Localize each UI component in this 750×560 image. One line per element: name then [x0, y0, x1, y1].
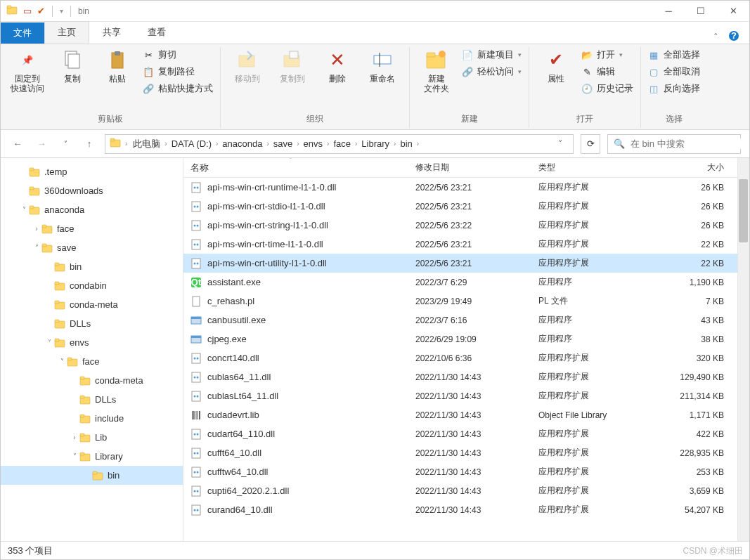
tree-node[interactable]: ›Lib — [1, 428, 183, 447]
search-box[interactable]: 🔍 — [607, 134, 741, 154]
qat-dropdown-icon[interactable]: ▾ — [60, 7, 63, 15]
chevron-right-icon[interactable]: › — [264, 140, 271, 148]
tree-twisty-icon[interactable]: ˅ — [19, 206, 29, 214]
tree-node[interactable]: conda-meta — [1, 295, 183, 314]
file-row[interactable]: api-ms-win-crt-stdio-l1-1-0.dll2022/5/6 … — [183, 197, 749, 216]
breadcrumb-segment[interactable]: face — [332, 138, 352, 149]
file-row[interactable]: api-ms-win-crt-utility-l1-1-0.dll2022/5/… — [183, 254, 749, 273]
forward-button[interactable]: → — [33, 136, 50, 152]
help-icon[interactable]: ? — [728, 30, 739, 44]
tree-node[interactable]: ˅face — [1, 352, 183, 371]
edit-button[interactable]: ✎编辑 — [581, 65, 633, 78]
tree-node[interactable]: bin — [1, 257, 183, 276]
move-to-button[interactable]: 移动到 — [228, 47, 267, 85]
breadcrumb-segment[interactable]: 此电脑 — [131, 138, 162, 150]
path-dropdown-icon[interactable]: ˅ — [552, 138, 569, 149]
breadcrumb-segment[interactable]: save — [272, 138, 294, 149]
column-size[interactable]: 大小 — [640, 162, 732, 174]
scrollbar-thumb[interactable] — [739, 179, 748, 242]
tree-node[interactable]: bin — [1, 466, 183, 485]
tree-twisty-icon[interactable]: › — [70, 434, 79, 441]
file-row[interactable]: cublas64_11.dll2022/11/30 14:43应用程序扩展129… — [183, 367, 749, 386]
file-row[interactable]: cudart64_110.dll2022/11/30 14:43应用程序扩展42… — [183, 424, 749, 443]
tree-node[interactable]: DLLs — [1, 390, 183, 409]
file-row[interactable]: curand64_10.dll2022/11/30 14:43应用程序扩展54,… — [183, 500, 749, 519]
tree-node[interactable]: DLLs — [1, 314, 183, 333]
chevron-right-icon[interactable]: › — [352, 140, 360, 148]
chevron-right-icon[interactable]: › — [324, 140, 332, 148]
file-row[interactable]: api-ms-win-crt-time-l1-1-0.dll2022/5/6 2… — [183, 235, 749, 254]
tree-twisty-icon[interactable]: ˅ — [57, 358, 67, 365]
tab-view[interactable]: 查看 — [134, 21, 179, 44]
pin-to-quick-access-button[interactable]: 📌固定到 快速访问 — [8, 47, 47, 95]
tree-twisty-icon[interactable]: › — [32, 225, 41, 233]
invert-selection-button[interactable]: ◫反向选择 — [648, 82, 700, 95]
navigation-pane[interactable]: .temp360downloads˅anaconda›face˅savebinc… — [1, 158, 183, 541]
copy-button[interactable]: 复制 — [53, 47, 92, 85]
tree-node[interactable]: ˅Library — [1, 447, 183, 466]
tab-file[interactable]: 文件 — [1, 22, 44, 44]
chevron-right-icon[interactable]: › — [391, 140, 399, 148]
chevron-right-icon[interactable]: › — [213, 140, 221, 148]
tree-twisty-icon[interactable]: ˅ — [32, 244, 41, 252]
open-button[interactable]: 📂打开 ▾ — [581, 48, 633, 61]
tab-share[interactable]: 共享 — [89, 21, 134, 44]
refresh-button[interactable]: ⟳ — [581, 134, 600, 154]
file-row[interactable]: api-ms-win-crt-runtime-l1-1-0.dll2022/5/… — [183, 178, 749, 197]
easy-access-button[interactable]: 🔗轻松访问 ▾ — [462, 65, 522, 78]
cut-button[interactable]: ✂剪切 — [143, 48, 213, 61]
close-button[interactable]: ✕ — [717, 1, 749, 22]
paste-shortcut-button[interactable]: 🔗粘贴快捷方式 — [143, 82, 213, 95]
up-button[interactable]: ↑ — [81, 136, 98, 152]
search-input[interactable] — [631, 138, 749, 149]
select-none-button[interactable]: ▢全部取消 — [648, 65, 700, 78]
tree-twisty-icon[interactable]: ˅ — [44, 339, 54, 346]
properties-button[interactable]: ✔属性 — [536, 47, 576, 85]
breadcrumb[interactable]: › 此电脑›DATA (D:)›anaconda›save›envs›face›… — [105, 134, 574, 154]
chevron-right-icon[interactable]: › — [414, 140, 422, 148]
maximize-button[interactable]: ☐ — [685, 1, 717, 22]
rename-button[interactable]: 重命名 — [363, 47, 402, 85]
tree-node[interactable]: conda-meta — [1, 371, 183, 390]
tree-node[interactable]: ˅anaconda — [1, 200, 183, 219]
copy-to-button[interactable]: 复制到 — [273, 47, 312, 85]
tree-node[interactable]: ˅save — [1, 238, 183, 257]
delete-button[interactable]: ✕删除 — [318, 47, 357, 85]
breadcrumb-segment[interactable]: anaconda — [221, 138, 264, 149]
column-date[interactable]: 修改日期 — [408, 162, 531, 174]
qat-save-icon[interactable]: ▭ — [23, 6, 32, 16]
breadcrumb-segment[interactable]: envs — [302, 138, 324, 149]
breadcrumb-segment[interactable]: bin — [399, 138, 413, 149]
column-name[interactable]: 名称˄ — [183, 162, 408, 174]
ribbon-collapse-icon[interactable]: ˄ — [713, 32, 718, 42]
file-row[interactable]: cufftw64_10.dll2022/11/30 14:43应用程序扩展253… — [183, 462, 749, 481]
file-row[interactable]: canbusutil.exe2022/3/7 6:16应用程序43 KB — [183, 311, 749, 330]
breadcrumb-segment[interactable]: Library — [360, 138, 391, 149]
chevron-right-icon[interactable]: › — [162, 140, 169, 148]
breadcrumb-segment[interactable]: DATA (D:) — [170, 138, 213, 149]
tab-home[interactable]: 主页 — [44, 21, 89, 44]
select-all-button[interactable]: ▦全部选择 — [648, 48, 700, 61]
new-folder-button[interactable]: 新建 文件夹 — [417, 47, 456, 95]
scrollbar[interactable] — [737, 158, 749, 541]
column-type[interactable]: 类型 — [531, 162, 640, 174]
new-item-button[interactable]: 📄新建项目 ▾ — [462, 48, 522, 61]
file-row[interactable]: api-ms-win-crt-string-l1-1-0.dll2022/5/6… — [183, 216, 749, 235]
tree-node[interactable]: condabin — [1, 276, 183, 295]
tree-node[interactable]: .temp — [1, 162, 183, 181]
tree-node[interactable]: ˅envs — [1, 333, 183, 352]
file-row[interactable]: cufft64_10.dll2022/11/30 14:43应用程序扩展228,… — [183, 443, 749, 462]
back-button[interactable]: ← — [9, 136, 26, 152]
file-row[interactable]: Qtassistant.exe2022/3/7 6:29应用程序1,190 KB — [183, 273, 749, 292]
file-list[interactable]: api-ms-win-crt-runtime-l1-1-0.dll2022/5/… — [183, 178, 749, 541]
tree-node[interactable]: include — [1, 409, 183, 428]
recent-locations-button[interactable]: ˅ — [57, 136, 74, 152]
file-row[interactable]: concrt140.dll2022/10/6 6:36应用程序扩展320 KB — [183, 349, 749, 367]
file-row[interactable]: cjpeg.exe2022/6/29 19:09应用程序38 KB — [183, 330, 749, 349]
file-row[interactable]: cupti64_2020.2.1.dll2022/11/30 14:43应用程序… — [183, 481, 749, 500]
chevron-right-icon[interactable]: › — [294, 140, 302, 148]
tree-node[interactable]: 360downloads — [1, 181, 183, 200]
tree-node[interactable]: ›face — [1, 219, 183, 238]
history-button[interactable]: 🕘历史记录 — [581, 82, 633, 95]
paste-button[interactable]: 粘贴 — [98, 47, 137, 85]
